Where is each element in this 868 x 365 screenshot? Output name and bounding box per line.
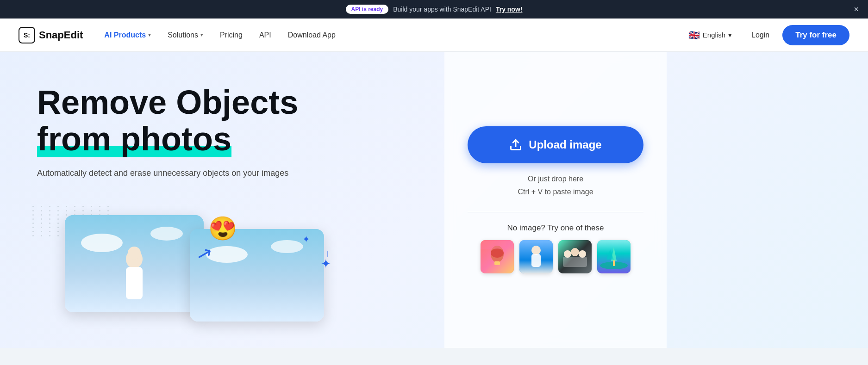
svg-point-21 bbox=[579, 250, 586, 258]
language-label: English bbox=[703, 31, 725, 39]
nav-label-api: API bbox=[259, 31, 271, 39]
drop-hint: Or just drop here Ctrl + V to paste imag… bbox=[518, 173, 593, 198]
logo[interactable]: S: SnapEdit bbox=[19, 27, 83, 43]
sample-images-row bbox=[481, 240, 631, 273]
nav-item-api[interactable]: API bbox=[252, 27, 279, 43]
svg-rect-4 bbox=[126, 267, 143, 299]
demo-before-image bbox=[65, 215, 204, 312]
banner-close-button[interactable]: × bbox=[854, 5, 859, 14]
upload-image-button[interactable]: Upload image bbox=[468, 126, 643, 163]
svg-point-5 bbox=[128, 247, 141, 260]
hero-subtitle: Automatically detect and erase unnecessa… bbox=[37, 168, 315, 178]
nav-label-solutions: Solutions bbox=[168, 31, 198, 39]
svg-point-13 bbox=[491, 248, 504, 258]
upload-button-label: Upload image bbox=[529, 138, 601, 151]
demo-area: for(let i=0;i<80;i++) document.write('<d… bbox=[37, 206, 333, 317]
hero-title-line2: from photos bbox=[37, 120, 231, 157]
sparkle-icon-3: ✦ bbox=[321, 257, 331, 271]
svg-point-19 bbox=[564, 250, 571, 258]
nav-item-download-app[interactable]: Download App bbox=[281, 27, 343, 43]
chevron-down-icon: ▾ bbox=[200, 32, 203, 38]
sample-image-3[interactable] bbox=[558, 240, 592, 273]
drop-hint-line1: Or just drop here bbox=[518, 173, 593, 185]
demo-emoji: 😍 bbox=[208, 215, 237, 242]
nav-label-download-app: Download App bbox=[288, 31, 336, 39]
svg-point-16 bbox=[531, 246, 541, 255]
hero-right-panel: Upload image Or just drop here Ctrl + V … bbox=[444, 52, 667, 348]
logo-text: SnapEdit bbox=[39, 29, 83, 41]
sparkle-icon-1: ✦ bbox=[302, 234, 310, 245]
navbar: S: SnapEdit AI Products ▾ Solutions ▾ Pr… bbox=[0, 19, 868, 52]
hero-title-line1: Remove Objects bbox=[37, 84, 298, 121]
svg-point-20 bbox=[571, 248, 579, 256]
svg-point-8 bbox=[271, 240, 303, 253]
flag-icon: 🇬🇧 bbox=[688, 30, 700, 41]
hero-section: Remove Objects from photos Automatically… bbox=[0, 52, 868, 348]
hero-title: Remove Objects from photos bbox=[37, 84, 417, 157]
drop-hint-line2: Ctrl + V to paste image bbox=[518, 186, 593, 198]
svg-rect-12 bbox=[494, 261, 500, 265]
nav-label-pricing: Pricing bbox=[220, 31, 243, 39]
chevron-down-icon: ▾ bbox=[148, 32, 151, 38]
hero-left: Remove Objects from photos Automatically… bbox=[0, 52, 444, 348]
svg-rect-14 bbox=[481, 240, 514, 249]
nav-right: 🇬🇧 English ▾ Login Try for free bbox=[682, 25, 849, 45]
upload-icon bbox=[509, 138, 522, 151]
banner-text: Build your apps with SnapEdit API bbox=[393, 6, 491, 13]
sample-images-label: No image? Try one of these bbox=[507, 223, 604, 233]
nav-item-solutions[interactable]: Solutions ▾ bbox=[160, 27, 211, 43]
nav-label-ai-products: AI Products bbox=[104, 31, 146, 39]
svg-rect-27 bbox=[613, 260, 615, 266]
sample-image-1[interactable] bbox=[481, 240, 514, 273]
svg-rect-17 bbox=[531, 254, 541, 267]
svg-point-2 bbox=[150, 227, 183, 241]
nav-item-ai-products[interactable]: AI Products ▾ bbox=[97, 27, 158, 43]
sparkle-icon-2: | bbox=[327, 250, 329, 257]
chevron-down-icon: ▾ bbox=[728, 31, 732, 39]
sample-image-2[interactable] bbox=[519, 240, 553, 273]
svg-rect-22 bbox=[563, 257, 587, 267]
try-for-free-button[interactable]: Try for free bbox=[782, 25, 849, 45]
nav-items: AI Products ▾ Solutions ▾ Pricing API Do… bbox=[97, 27, 681, 43]
language-selector[interactable]: 🇬🇧 English ▾ bbox=[682, 26, 738, 44]
top-banner: API is ready Build your apps with SnapEd… bbox=[0, 0, 868, 19]
banner-link[interactable]: Try now! bbox=[496, 6, 523, 13]
api-badge: API is ready bbox=[346, 5, 389, 14]
nav-item-pricing[interactable]: Pricing bbox=[212, 27, 250, 43]
login-button[interactable]: Login bbox=[742, 27, 779, 43]
sample-image-4[interactable] bbox=[597, 240, 631, 273]
logo-icon: S: bbox=[19, 27, 35, 43]
svg-point-1 bbox=[81, 234, 123, 252]
before-image-svg bbox=[65, 215, 204, 312]
divider bbox=[468, 212, 643, 212]
